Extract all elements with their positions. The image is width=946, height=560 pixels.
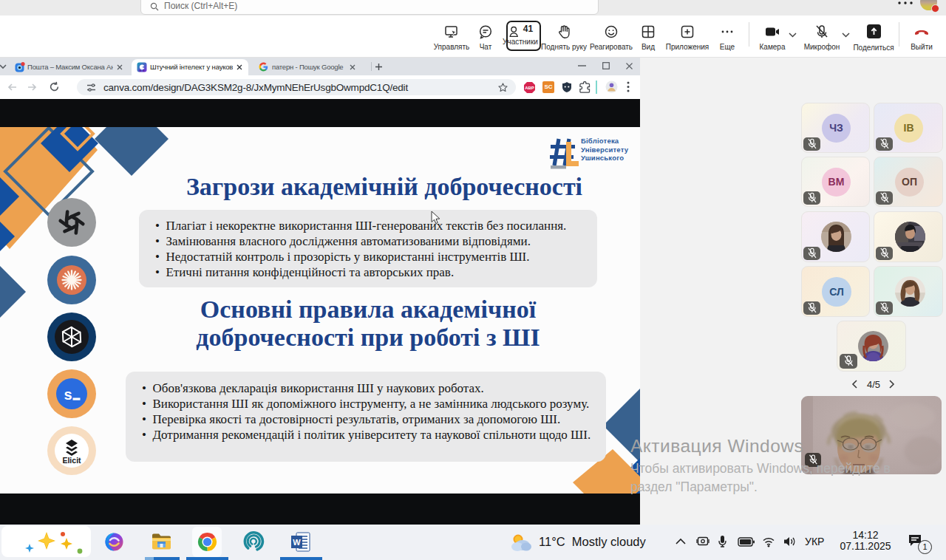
svg-text:ABP: ABP	[525, 86, 534, 90]
svg-text:Elicit: Elicit	[62, 456, 81, 465]
svg-text:s: s	[64, 386, 72, 403]
svg-text:W: W	[293, 538, 301, 547]
